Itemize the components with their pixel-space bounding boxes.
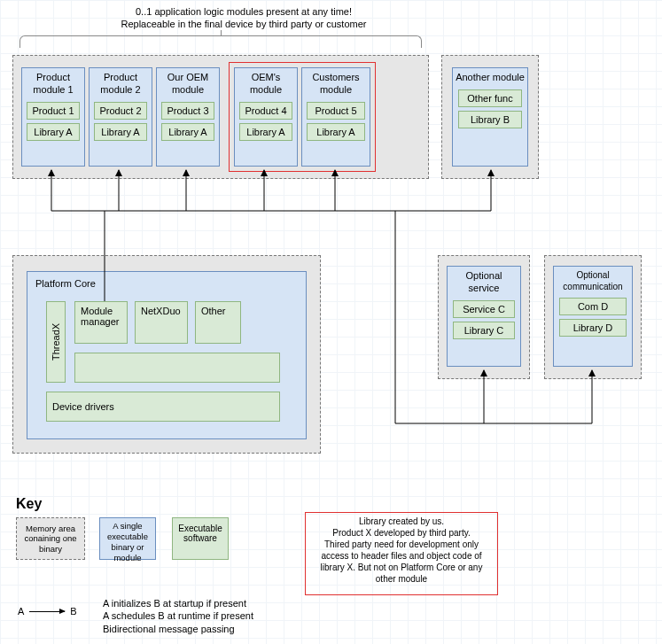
exe-other: Other [195, 301, 241, 344]
exe-library-a: Library A [94, 123, 147, 141]
key-rel3: Bidirectional message passing [103, 623, 253, 635]
mod-title: Another module [453, 68, 527, 86]
note-line1: 0..1 application logic modules present a… [89, 5, 399, 18]
mod-title: Product module 1 [22, 68, 84, 98]
platform-core-title: Platform Core [35, 278, 96, 289]
exe-library-d: Library D [559, 319, 627, 337]
key-rel1: A initializes B at startup if present [103, 597, 253, 609]
redbox-third-party-modules [229, 62, 376, 172]
mod-our-oem-module: Our OEM module Product 3 Library A [156, 67, 220, 167]
exe-module-manager: Module manager [74, 301, 128, 344]
key-relation-a: A [12, 606, 29, 617]
mod-optional-communication: Optional communication Com D Library D [553, 266, 633, 367]
arrow-icon [29, 611, 65, 612]
key-redbox-text: Library created by us. Product X develop… [310, 516, 493, 592]
key-relation-text: A initializes B at startup if present A … [103, 597, 253, 635]
exe-netxduo: NetXDuo [135, 301, 188, 344]
mod-title: Optional service [448, 267, 520, 297]
key-relation-b: B [65, 606, 82, 617]
mod-product-module-1: Product module 1 Product 1 Library A [21, 67, 85, 167]
exe-com-d: Com D [559, 298, 627, 315]
exe-library-a: Library A [27, 123, 80, 141]
exe-product-1: Product 1 [27, 102, 80, 120]
exe-product-3: Product 3 [161, 102, 214, 120]
exe-threadx: ThreadX [46, 301, 66, 383]
note-replaceable: 0..1 application logic modules present a… [89, 5, 399, 31]
exe-device-drivers: Device drivers [46, 392, 280, 422]
mod-another-module: Another module Other func Library B [452, 67, 528, 167]
mod-title: Optional communication [554, 267, 632, 294]
key-relation-arrow: A B [12, 606, 82, 617]
mod-title: Our OEM module [157, 68, 219, 98]
key-swatch-exe: Executable software [172, 517, 229, 560]
mod-product-module-2: Product module 2 Product 2 Library A [89, 67, 152, 167]
mod-title: Product module 2 [90, 68, 152, 98]
key-rel2: A schedules B at runtime if present [103, 609, 253, 622]
note-line2: Replaceable in the final device by third… [89, 18, 399, 30]
mod-optional-service: Optional service Service C Library C [447, 266, 521, 367]
key-swatch-binary-label: A single executable binary or module [99, 521, 156, 563]
brace-top [19, 35, 422, 48]
exe-library-b: Library B [458, 111, 522, 128]
exe-service-c: Service C [453, 300, 516, 318]
exe-other-func: Other func [458, 89, 522, 107]
key-title: Key [16, 496, 42, 512]
exe-library-c: Library C [453, 322, 516, 339]
exe-library-a: Library A [161, 123, 214, 141]
exe-product-2: Product 2 [94, 102, 147, 120]
exe-row-spacer [74, 353, 280, 383]
key-swatch-memarea: Memory area conaining one binary [16, 517, 85, 560]
